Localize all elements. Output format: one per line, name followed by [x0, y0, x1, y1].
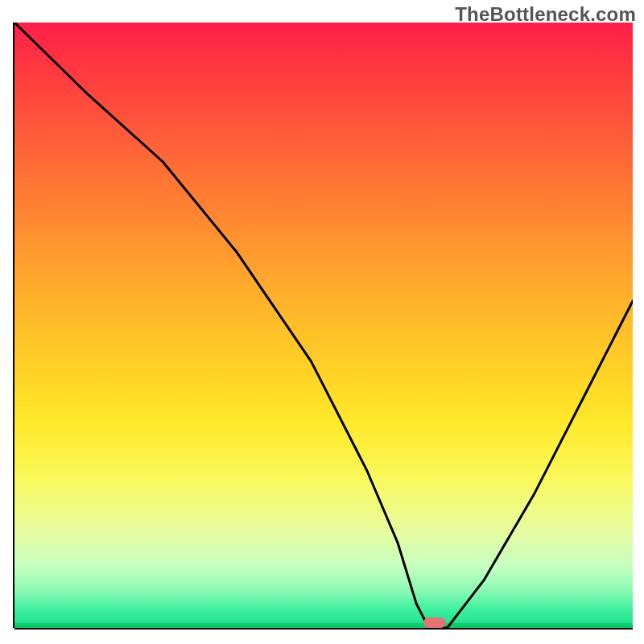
- optimal-marker: [423, 617, 446, 628]
- watermark-text: TheBottleneck.com: [455, 3, 636, 26]
- chart-curve: [14, 23, 633, 628]
